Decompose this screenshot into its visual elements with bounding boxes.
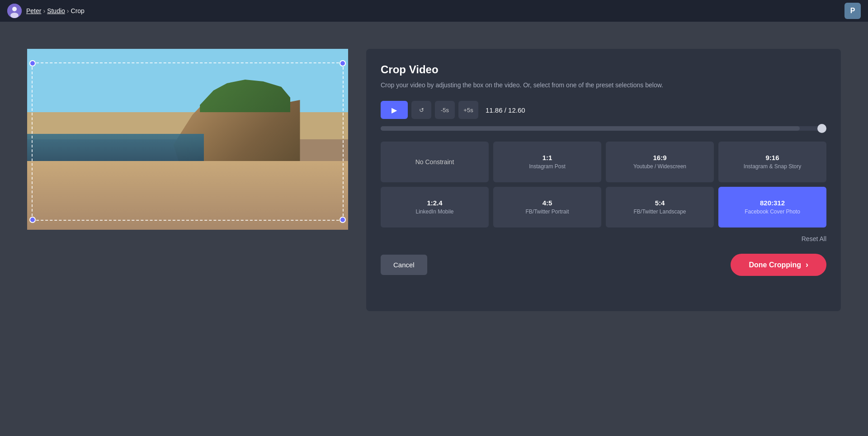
video-container[interactable] [27, 49, 348, 230]
preset-ratio-1-1: 1:1 [542, 154, 552, 161]
breadcrumb-sep-2: › [67, 7, 69, 14]
cliff-green [200, 76, 290, 112]
rewind-icon: ↺ [419, 107, 424, 114]
progress-thumb[interactable] [817, 124, 826, 133]
svg-point-1 [12, 7, 17, 11]
plus5-button[interactable]: +5s [458, 101, 478, 119]
preset-16-9[interactable]: 16:9Youtube / Widescreen [606, 142, 714, 182]
presets-grid: No Constraint1:1Instagram Post16:9Youtub… [381, 142, 826, 227]
panel-title: Crop Video [381, 63, 826, 76]
progress-fill [381, 126, 800, 131]
preset-9-16[interactable]: 9:16Instagram & Snap Story [718, 142, 826, 182]
top-nav: Peter › Studio › Crop P [0, 0, 868, 22]
minus5-button[interactable]: -5s [435, 101, 455, 119]
sand-shape [27, 161, 348, 230]
current-time: 11.86 [486, 106, 503, 114]
breadcrumb-peter[interactable]: Peter [26, 7, 41, 14]
preset-label-9-16: Instagram & Snap Story [744, 163, 801, 171]
breadcrumb-studio[interactable]: Studio [47, 7, 65, 14]
video-panel [27, 49, 348, 230]
crop-panel: Crop Video Crop your video by adjusting … [366, 49, 841, 311]
preset-ratio-1-2-4: 1:2.4 [427, 199, 442, 207]
user-avatar[interactable] [7, 4, 22, 18]
ocean-shape [27, 134, 204, 161]
panel-description: Crop your video by adjusting the box on … [381, 81, 826, 90]
rewind-button[interactable]: ↺ [411, 101, 431, 119]
done-cropping-button[interactable]: Done Cropping › [731, 254, 826, 276]
main-content: Crop Video Crop your video by adjusting … [0, 22, 868, 436]
preset-1-1[interactable]: 1:1Instagram Post [493, 142, 601, 182]
preset-ratio-5-4: 5:4 [655, 199, 665, 207]
preset-no-constraint[interactable]: No Constraint [381, 142, 489, 182]
preset-label-16-9: Youtube / Widescreen [633, 163, 686, 171]
preset-label-no-constraint: No Constraint [415, 158, 454, 166]
reset-all-button[interactable]: Reset All [802, 235, 826, 242]
breadcrumb-current: Crop [71, 7, 85, 14]
preset-4-5[interactable]: 4:5FB/Twitter Portrait [493, 187, 601, 227]
preset-820-312[interactable]: 820:312Facebook Cover Photo [718, 187, 826, 227]
preset-5-4[interactable]: 5:4FB/Twitter Landscape [606, 187, 714, 227]
preset-label-1-2-4: LinkedIn Mobile [415, 209, 453, 216]
svg-point-2 [10, 13, 19, 18]
preset-label-4-5: FB/Twitter Portrait [525, 209, 569, 216]
chevron-right-icon: › [806, 260, 808, 270]
playback-controls: ▶ ↺ -5s +5s 11.86 / 12.60 [381, 101, 826, 119]
bottom-buttons: Cancel Done Cropping › [381, 254, 826, 276]
breadcrumb: Peter › Studio › Crop [26, 7, 85, 14]
preset-1-2-4[interactable]: 1:2.4LinkedIn Mobile [381, 187, 489, 227]
total-time: 12.60 [508, 106, 525, 114]
preset-label-5-4: FB/Twitter Landscape [633, 209, 686, 216]
cancel-button[interactable]: Cancel [381, 255, 427, 275]
progress-bar[interactable] [381, 126, 826, 131]
preset-ratio-820-312: 820:312 [760, 199, 785, 207]
nav-left: Peter › Studio › Crop [7, 4, 85, 18]
play-button[interactable]: ▶ [381, 101, 408, 119]
preset-ratio-4-5: 4:5 [542, 199, 552, 207]
time-display: 11.86 / 12.60 [486, 106, 525, 114]
reset-row: Reset All [381, 235, 826, 243]
done-label: Done Cropping [749, 261, 801, 269]
preset-ratio-16-9: 16:9 [653, 154, 666, 161]
preset-label-820-312: Facebook Cover Photo [745, 209, 800, 216]
preset-label-1-1: Instagram Post [529, 163, 566, 171]
user-menu-button[interactable]: P [844, 3, 861, 19]
time-separator: / [505, 106, 508, 114]
breadcrumb-sep-1: › [43, 7, 45, 14]
video-background [27, 49, 348, 230]
preset-ratio-9-16: 9:16 [765, 154, 779, 161]
